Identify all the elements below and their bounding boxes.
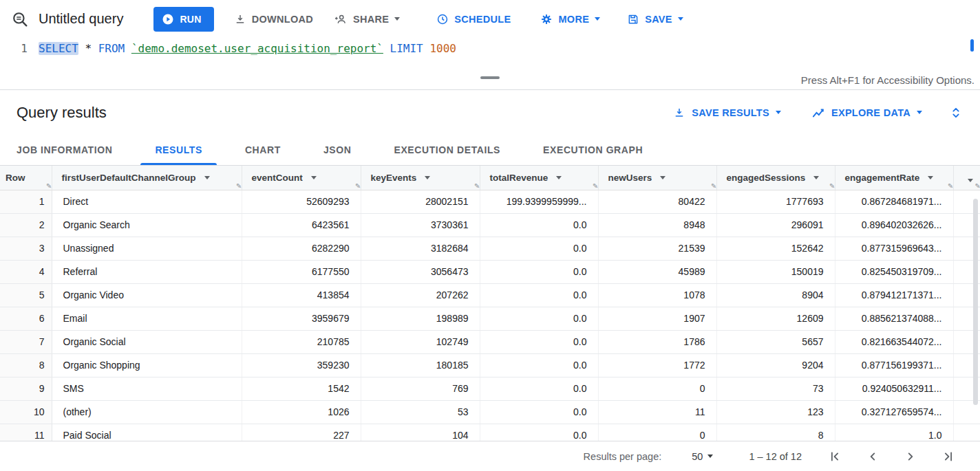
first-page-button[interactable] — [821, 443, 849, 470]
column-header-newusers[interactable]: newUsers✎ — [598, 166, 716, 190]
previous-page-button[interactable] — [859, 443, 886, 470]
table-cell: 3959679 — [242, 307, 361, 330]
column-menu-arrow-icon[interactable] — [204, 176, 210, 179]
tab-results[interactable]: RESULTS — [134, 135, 224, 165]
run-button-label: RUN — [180, 14, 201, 25]
row-number-cell: 1 — [0, 190, 52, 213]
chevron-down-icon — [595, 17, 600, 21]
panel-resize-handle[interactable] — [480, 76, 500, 79]
column-menu-arrow-icon[interactable] — [813, 176, 819, 179]
column-menu-arrow-icon[interactable] — [556, 176, 562, 179]
sql-editor[interactable]: 1 SELECT * FROM `demo.demoset.user_acqui… — [0, 38, 980, 70]
table-cell: 0.327127659574... — [835, 400, 953, 424]
results-header: Query results SAVE RESULTS EXPLORE DATA — [0, 90, 980, 135]
table-row: 9SMS15427690.00730.924050632911... — [0, 377, 980, 400]
chevron-down-icon — [776, 111, 781, 114]
save-icon — [627, 13, 639, 25]
tab-label: CHART — [245, 144, 281, 155]
editor-scrollbar[interactable] — [970, 39, 974, 52]
table-cell: 227 — [242, 424, 361, 441]
table-cell: 0.0 — [480, 330, 598, 353]
explore-data-button[interactable]: EXPLORE DATA — [811, 106, 922, 120]
query-title: Untitled query — [39, 11, 123, 27]
table-cell: 73 — [716, 377, 835, 400]
column-header-engagedsessions[interactable]: engagedSessions✎ — [716, 166, 835, 190]
save-button[interactable]: SAVE — [627, 13, 683, 25]
sql-code-line[interactable]: SELECT * FROM `demo.demoset.user_acquisi… — [39, 38, 456, 70]
accessibility-hint: Press Alt+F1 for Accessibility Options. — [801, 74, 974, 86]
table-cell: 0.0 — [480, 237, 598, 260]
column-label: engagementRate — [845, 173, 920, 183]
column-header-totalrevenue[interactable]: totalRevenue✎ — [480, 166, 598, 190]
run-button[interactable]: RUN — [153, 7, 213, 32]
tab-chart[interactable]: CHART — [224, 135, 302, 165]
column-resize-icon[interactable]: ✎ — [975, 183, 980, 190]
column-menu-arrow-icon[interactable] — [928, 176, 933, 179]
row-number-cell: 6 — [0, 307, 52, 330]
line-number: 1 — [21, 42, 28, 55]
column-header-overflow[interactable]: ✎ — [953, 166, 980, 190]
column-header-keyevents[interactable]: keyEvents✎ — [361, 166, 480, 190]
table-cell: Paid Social — [52, 424, 242, 441]
chevron-down-icon — [394, 17, 400, 21]
column-menu-arrow-icon[interactable] — [968, 179, 973, 182]
sql-star: * — [78, 42, 98, 55]
column-header-eventcount[interactable]: eventCount✎ — [242, 166, 361, 190]
table-cell: 0.877156199371... — [835, 353, 953, 377]
column-menu-arrow-icon[interactable] — [660, 176, 665, 179]
tab-job-information[interactable]: JOB INFORMATION — [0, 135, 134, 165]
table-cell-overflow — [953, 424, 980, 441]
column-menu-arrow-icon[interactable] — [311, 176, 317, 179]
row-number-cell: 2 — [0, 213, 52, 237]
more-button[interactable]: MORE — [540, 13, 600, 25]
table-cell: 0.0 — [480, 213, 598, 237]
sql-space — [125, 42, 131, 55]
sql-table-reference[interactable]: `demo.demoset.user_acquisition_report` — [131, 42, 383, 55]
share-button[interactable]: SHARE — [334, 12, 400, 26]
query-icon — [11, 10, 29, 28]
column-menu-arrow-icon[interactable] — [425, 176, 430, 179]
tab-execution-details[interactable]: EXECUTION DETAILS — [372, 135, 522, 165]
download-button[interactable]: DOWNLOAD — [234, 13, 313, 25]
table-cell: 9204 — [716, 353, 835, 377]
row-number-cell: 8 — [0, 353, 52, 377]
table-vertical-scrollbar[interactable] — [973, 199, 978, 405]
chevron-left-icon — [865, 449, 880, 464]
last-page-button[interactable] — [935, 443, 962, 470]
table-cell: 3730361 — [361, 213, 480, 237]
results-per-page-select[interactable]: 50 — [692, 451, 713, 462]
table-cell: 3056473 — [361, 260, 480, 283]
table-cell: 21539 — [598, 237, 716, 260]
chevron-right-icon — [903, 449, 918, 464]
sql-keyword-limit: LIMIT — [390, 42, 423, 55]
table-cell: 0.0 — [480, 400, 598, 424]
bigquery-query-page: Untitled query RUN DOWNLOAD SHARE SCHE — [0, 0, 980, 471]
schedule-button[interactable]: SCHEDULE — [436, 13, 511, 25]
table-cell: 11 — [598, 400, 716, 424]
column-header-firstuserdefaultchannelgroup[interactable]: firstUserDefaultChannelGroup✎ — [52, 166, 242, 190]
save-results-button[interactable]: SAVE RESULTS — [673, 107, 781, 119]
pagination-range: 1 – 12 of 12 — [749, 451, 802, 462]
next-page-button[interactable] — [897, 443, 924, 470]
column-header-row[interactable]: Row✎ — [0, 166, 52, 190]
sql-number-literal: 1000 — [429, 42, 456, 55]
table-cell: 123 — [716, 400, 835, 424]
table-row: 6Email39596791989890.01907126090.8856213… — [0, 307, 980, 330]
table-cell: 28002151 — [361, 190, 480, 213]
tab-json[interactable]: JSON — [302, 135, 373, 165]
table-cell: 413854 — [242, 283, 361, 307]
table-cell: 150019 — [716, 260, 835, 283]
tab-execution-graph[interactable]: EXECUTION GRAPH — [522, 135, 664, 165]
table-cell: 0 — [598, 424, 716, 441]
sql-keyword-from: FROM — [98, 42, 125, 55]
column-header-engagementrate[interactable]: engagementRate✎ — [835, 166, 953, 190]
table-cell: 1786 — [598, 330, 716, 353]
table-row: 4Referral617755030564730.0459891500190.8… — [0, 260, 980, 283]
expand-results-button[interactable] — [948, 105, 963, 120]
first-page-icon — [827, 449, 842, 464]
results-title: Query results — [17, 104, 107, 122]
results-table-container[interactable]: Row✎firstUserDefaultChannelGroup✎eventCo… — [0, 166, 980, 441]
column-label: newUsers — [608, 173, 652, 183]
table-cell: 1777693 — [716, 190, 835, 213]
table-cell: SMS — [52, 377, 242, 400]
